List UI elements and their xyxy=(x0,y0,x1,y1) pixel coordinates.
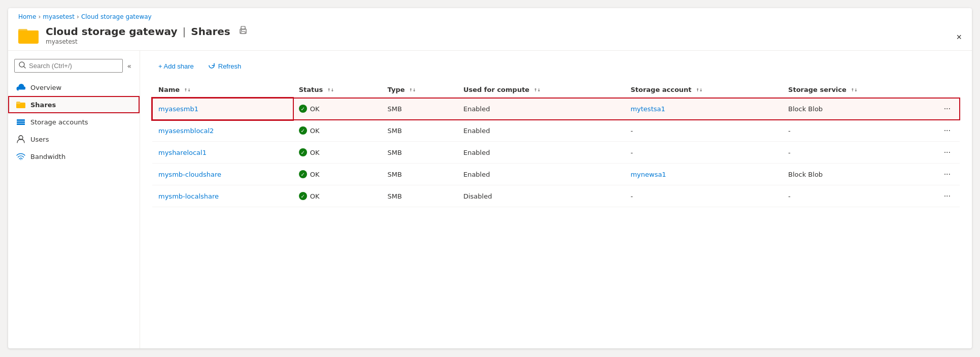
search-box[interactable] xyxy=(14,59,123,73)
refresh-label: Refresh xyxy=(218,62,242,70)
cell-compute: Disabled xyxy=(457,185,624,207)
col-type-sort: ↑↓ xyxy=(409,88,416,92)
sidebar-item-shares-label: Shares xyxy=(30,101,56,109)
col-storage-service[interactable]: Storage service ↑↓ xyxy=(782,82,935,98)
svg-rect-12 xyxy=(17,121,25,123)
share-name-link[interactable]: myasesmblocal2 xyxy=(158,127,214,135)
table-row[interactable]: myasesmb1 ✓ OK SMBEnabledmytestsa1Block … xyxy=(152,98,960,120)
share-name-link[interactable]: myasesmb1 xyxy=(158,105,198,113)
sidebar-item-storage-accounts[interactable]: Storage accounts xyxy=(8,113,140,131)
breadcrumb: Home › myasetest › Cloud storage gateway xyxy=(8,8,972,23)
col-status[interactable]: Status ↑↓ xyxy=(293,82,382,98)
sidebar: « Overview Shares xyxy=(8,51,140,348)
sidebar-item-bandwidth[interactable]: Bandwidth xyxy=(8,148,140,165)
svg-rect-13 xyxy=(17,123,25,125)
cell-storage-service: - xyxy=(782,120,935,142)
sidebar-item-users-label: Users xyxy=(30,136,49,143)
col-name-label: Name xyxy=(158,86,180,93)
more-actions-button[interactable]: ··· xyxy=(941,103,954,114)
table-row[interactable]: myasesmblocal2 ✓ OK SMBEnabled--··· xyxy=(152,120,960,142)
table-row[interactable]: mysmb-localshare ✓ OK SMBDisabled--··· xyxy=(152,185,960,207)
more-actions-button[interactable]: ··· xyxy=(941,169,954,180)
cell-storage-service: Block Blob xyxy=(782,164,935,185)
col-compute[interactable]: Used for compute ↑↓ xyxy=(457,82,624,98)
cell-type: SMB xyxy=(382,164,457,185)
cell-storage-service: - xyxy=(782,185,935,207)
cell-status: ✓ OK xyxy=(293,120,382,142)
share-name-link[interactable]: mysmb-localshare xyxy=(158,192,219,200)
storage-account-link[interactable]: mytestsa1 xyxy=(630,105,665,113)
storage-account-link[interactable]: mynewsa1 xyxy=(630,171,666,178)
status-ok: ✓ OK xyxy=(299,170,376,178)
page-header: Cloud storage gateway | Shares myasetest… xyxy=(8,23,972,51)
status-check-icon: ✓ xyxy=(299,192,307,200)
status-check-icon: ✓ xyxy=(299,170,307,178)
wifi-icon xyxy=(16,152,25,161)
table-row[interactable]: mysmb-cloudshare ✓ OK SMBEnabledmynewsa1… xyxy=(152,164,960,185)
page-title-main: Cloud storage gateway xyxy=(46,25,178,38)
col-storage-sort: ↑↓ xyxy=(696,88,702,92)
cell-storage-account: - xyxy=(624,185,782,207)
svg-rect-10 xyxy=(16,102,20,104)
table-row[interactable]: mysharelocal1 ✓ OK SMBEnabled--··· xyxy=(152,142,960,164)
close-button[interactable]: × xyxy=(956,33,962,42)
col-type-label: Type xyxy=(388,86,405,93)
table-body: myasesmb1 ✓ OK SMBEnabledmytestsa1Block … xyxy=(152,98,960,207)
cell-status: ✓ OK xyxy=(293,142,382,164)
sidebar-item-overview[interactable]: Overview xyxy=(8,79,140,96)
col-name[interactable]: Name ↑↓ xyxy=(152,82,293,98)
cell-compute: Enabled xyxy=(457,120,624,142)
cell-storage-account: - xyxy=(624,142,782,164)
title-separator: | xyxy=(183,25,186,38)
cell-actions: ··· xyxy=(935,120,960,142)
svg-line-8 xyxy=(24,67,25,68)
col-storage-account[interactable]: Storage account ↑↓ xyxy=(624,82,782,98)
more-actions-button[interactable]: ··· xyxy=(941,147,954,158)
refresh-button[interactable]: Refresh xyxy=(202,59,248,74)
sidebar-item-overview-label: Overview xyxy=(30,84,61,91)
svg-rect-5 xyxy=(241,31,245,34)
more-actions-button[interactable]: ··· xyxy=(941,190,954,202)
cell-storage-account: mynewsa1 xyxy=(624,164,782,185)
search-input[interactable] xyxy=(29,62,118,70)
share-name-link[interactable]: mysharelocal1 xyxy=(158,149,207,156)
breadcrumb-sep1: › xyxy=(38,13,41,20)
col-name-sort: ↑↓ xyxy=(184,88,191,92)
status-ok: ✓ OK xyxy=(299,126,376,135)
cell-actions: ··· xyxy=(935,164,960,185)
cell-name: mysmb-cloudshare xyxy=(152,164,293,185)
cell-actions: ··· xyxy=(935,142,960,164)
sidebar-item-shares[interactable]: Shares xyxy=(8,96,140,113)
cell-compute: Enabled xyxy=(457,164,624,185)
status-check-icon: ✓ xyxy=(299,126,307,135)
cell-status: ✓ OK xyxy=(293,98,382,120)
breadcrumb-current[interactable]: Cloud storage gateway xyxy=(81,13,152,20)
status-text: OK xyxy=(310,149,320,156)
cell-name: myasesmb1 xyxy=(152,98,293,120)
col-service-label: Storage service xyxy=(788,86,847,93)
share-name-link[interactable]: mysmb-cloudshare xyxy=(158,171,221,178)
add-share-button[interactable]: + Add share xyxy=(152,59,200,73)
breadcrumb-home[interactable]: Home xyxy=(18,13,36,20)
breadcrumb-resource[interactable]: myasetest xyxy=(43,13,75,20)
search-icon xyxy=(19,61,26,70)
collapse-button[interactable]: « xyxy=(125,61,133,71)
cell-actions: ··· xyxy=(935,98,960,120)
col-status-sort: ↑↓ xyxy=(327,88,334,92)
status-check-icon: ✓ xyxy=(299,105,307,113)
svg-rect-11 xyxy=(17,119,25,121)
page-title-section: Shares xyxy=(191,25,230,38)
status-text: OK xyxy=(310,171,320,178)
breadcrumb-sep2: › xyxy=(77,13,79,20)
cell-status: ✓ OK xyxy=(293,185,382,207)
status-ok: ✓ OK xyxy=(299,148,376,156)
status-text: OK xyxy=(310,127,320,135)
print-icon[interactable] xyxy=(239,25,248,38)
refresh-icon xyxy=(208,62,215,71)
more-actions-button[interactable]: ··· xyxy=(941,125,954,136)
page-subtitle: myasetest xyxy=(46,38,248,45)
col-type[interactable]: Type ↑↓ xyxy=(382,82,457,98)
col-status-label: Status xyxy=(299,86,323,93)
sidebar-item-users[interactable]: Users xyxy=(8,131,140,148)
cell-name: mysharelocal1 xyxy=(152,142,293,164)
